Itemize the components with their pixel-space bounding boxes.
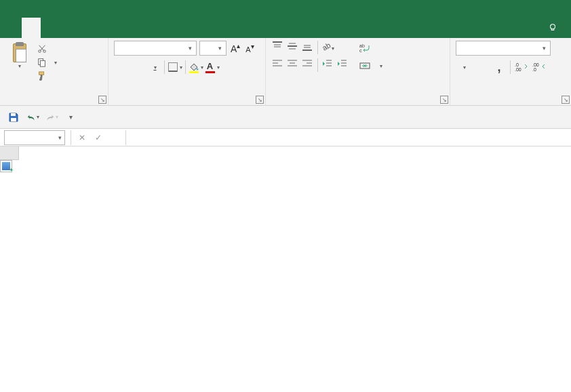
tab-data[interactable] (98, 18, 117, 38)
name-box[interactable]: ▾ (4, 130, 65, 145)
group-alignment: ab▾ abc ▾ (266, 38, 450, 105)
merge-icon (359, 61, 370, 71)
decrease-font-size-button[interactable]: A▾ (244, 43, 255, 54)
group-font-label (114, 101, 260, 105)
align-right-button[interactable] (301, 58, 315, 69)
redo-button[interactable]: ▾ (45, 111, 58, 124)
svg-text:ab: ab (321, 41, 332, 52)
tab-help[interactable] (174, 18, 193, 38)
increase-decimal-button[interactable]: .0.00 (513, 60, 530, 75)
svg-rect-4 (40, 60, 45, 66)
chevron-down-icon: ▾ (54, 60, 57, 66)
svg-rect-40 (11, 118, 16, 121)
wrap-text-button[interactable]: abc (355, 41, 387, 56)
group-alignment-label (271, 101, 444, 105)
group-clipboard-label (5, 101, 102, 105)
comma-format-button[interactable]: , (491, 60, 507, 75)
svg-point-6 (196, 68, 198, 71)
ribbon: ▾ ▾ (0, 38, 571, 106)
tab-home[interactable] (22, 18, 41, 38)
bold-button[interactable] (114, 60, 129, 75)
copy-icon (37, 57, 47, 68)
formula-bar: ▾ ✕ ✓ (0, 129, 571, 146)
align-top-button[interactable] (271, 41, 285, 52)
decrease-indent-button[interactable] (321, 58, 334, 69)
scissors-icon (37, 43, 47, 54)
border-icon (168, 62, 178, 72)
fill-bucket-icon (189, 63, 199, 71)
font-size-combo[interactable]: ▾ (199, 41, 227, 56)
autofill-options-button[interactable]: + (0, 160, 12, 172)
tab-insert[interactable] (41, 18, 60, 38)
merge-center-button[interactable]: ▾ (355, 58, 387, 73)
increase-indent-button[interactable] (336, 58, 349, 69)
save-button[interactable] (7, 111, 20, 124)
tab-file[interactable] (3, 18, 22, 38)
percent-format-button[interactable] (473, 60, 490, 75)
number-format-combo[interactable]: ▾ (456, 41, 551, 56)
lightbulb-icon (548, 23, 557, 33)
paste-icon (10, 42, 29, 64)
tab-formulas[interactable] (79, 18, 98, 38)
font-color-button[interactable]: A (205, 60, 220, 75)
borders-button[interactable] (168, 60, 182, 75)
insert-function-button[interactable] (106, 130, 123, 145)
group-font: ▾ ▾ A▴ A▾ (109, 38, 266, 105)
undo-button[interactable]: ▾ (26, 111, 39, 124)
svg-rect-39 (11, 113, 16, 116)
svg-point-0 (551, 24, 555, 29)
italic-button[interactable] (130, 60, 145, 75)
tab-page-layout[interactable] (60, 18, 79, 38)
tab-review[interactable] (117, 18, 136, 38)
tab-view[interactable] (136, 18, 155, 38)
group-number: ▾ ▾ , .0.00 .00.0 ↘ (450, 38, 571, 105)
align-center-button[interactable] (286, 58, 300, 69)
chevron-down-icon: ▾ (186, 45, 195, 52)
orientation-button[interactable]: ab▾ (321, 41, 334, 52)
copy-button[interactable]: ▾ (37, 57, 57, 68)
font-color-icon: A (205, 61, 215, 73)
chevron-down-icon: ▾ (540, 45, 549, 52)
column-headers (19, 146, 571, 160)
svg-rect-5 (39, 72, 44, 75)
title-bar (0, 0, 571, 18)
svg-text:.00: .00 (532, 62, 539, 67)
number-dialog-launcher[interactable]: ↘ (562, 96, 570, 104)
group-number-label (456, 101, 566, 105)
tell-me[interactable] (540, 18, 571, 38)
svg-text:.0: .0 (532, 67, 536, 72)
svg-text:.00: .00 (515, 67, 521, 72)
decrease-decimal-button[interactable]: .00.0 (531, 60, 547, 75)
font-dialog-launcher[interactable]: ↘ (256, 96, 264, 104)
enter-formula-button[interactable]: ✓ (90, 130, 106, 145)
svg-text:.0: .0 (515, 62, 519, 67)
worksheet-grid[interactable]: + (0, 146, 571, 160)
tab-developer[interactable] (155, 18, 174, 38)
wrap-text-icon: abc (359, 43, 370, 53)
underline-button[interactable] (146, 60, 161, 75)
chevron-down-icon: ▾ (216, 45, 224, 52)
chevron-down-icon: ▾ (380, 63, 382, 69)
select-all-corner[interactable] (0, 146, 19, 160)
svg-text:ab: ab (359, 43, 365, 48)
format-painter-button[interactable] (37, 71, 57, 81)
customize-qat-button[interactable]: ▾ (64, 111, 77, 124)
increase-font-size-button[interactable]: A▴ (229, 42, 241, 54)
alignment-dialog-launcher[interactable]: ↘ (440, 96, 448, 104)
quick-access-toolbar: ▾ ▾ ▾ (0, 106, 571, 129)
align-middle-button[interactable] (286, 41, 300, 52)
font-name-combo[interactable]: ▾ (114, 41, 197, 56)
svg-text:c: c (359, 48, 362, 53)
align-bottom-button[interactable] (301, 41, 315, 52)
paste-button[interactable]: ▾ (5, 41, 34, 101)
fill-color-button[interactable] (189, 60, 203, 75)
chevron-down-icon: ▾ (18, 63, 21, 69)
align-left-button[interactable] (271, 58, 285, 69)
group-clipboard: ▾ ▾ (0, 38, 109, 105)
paintbrush-icon (37, 71, 47, 81)
cut-button[interactable] (37, 43, 57, 54)
cancel-formula-button[interactable]: ✕ (74, 130, 90, 145)
ribbon-tabs (0, 18, 571, 38)
accounting-format-button[interactable]: ▾ (456, 60, 472, 75)
clipboard-dialog-launcher[interactable]: ↘ (98, 96, 106, 104)
